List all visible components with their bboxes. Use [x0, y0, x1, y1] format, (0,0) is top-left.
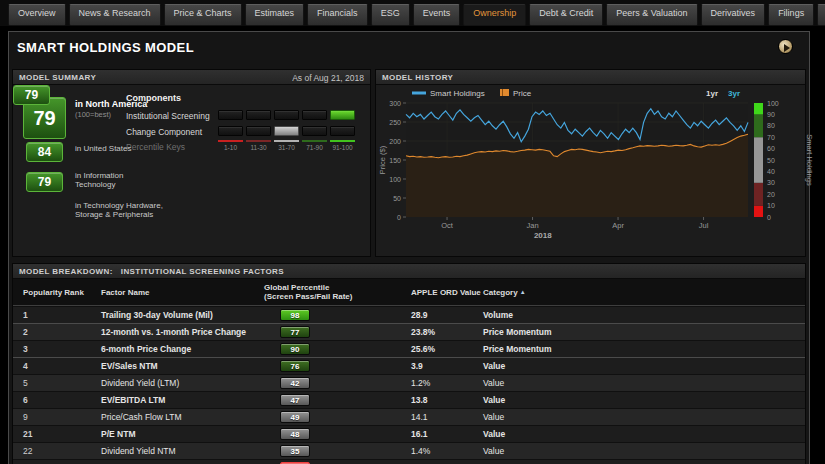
percentile-badge: 42	[280, 377, 310, 389]
svg-text:0: 0	[767, 214, 771, 221]
tab-esg[interactable]: ESG	[371, 4, 410, 26]
svg-text:Jul: Jul	[699, 221, 709, 230]
play-clock-icon[interactable]	[778, 39, 793, 54]
cell-factor-name: EV/EBITDA LTM	[101, 392, 264, 409]
svg-text:10: 10	[767, 202, 775, 209]
cell-category: Price Momentum	[483, 341, 805, 358]
svg-text:70: 70	[767, 134, 775, 141]
model-breakdown-panel: MODEL BREAKDOWN:INSTITUTIONAL SCREENING …	[12, 263, 806, 464]
component-cell-institutional-screening-11-30	[246, 110, 271, 120]
percentile-key-bar-91-100	[330, 140, 355, 142]
svg-text:100: 100	[389, 176, 401, 183]
percentile-key-bar-71-90	[302, 140, 327, 142]
tab-ownership[interactable]: Ownership	[463, 4, 526, 26]
model-summary-body: Components Institutional Screening Chang…	[13, 85, 370, 256]
cell-category: Value	[483, 358, 805, 375]
component-cell-institutional-screening-1-10	[218, 110, 243, 120]
tab-price-charts[interactable]: Price & Charts	[164, 4, 242, 26]
table-row[interactable]: 1Trailing 30-day Volume (Mil)9828.9Volum…	[13, 306, 805, 323]
tab-derivatives[interactable]: Derivatives	[701, 4, 766, 26]
cell-popularity-rank	[23, 460, 101, 464]
col-header-popularity-rank[interactable]: Popularity Rank	[23, 288, 101, 297]
table-row[interactable]: 4EV/Sales NTM763.9Value	[13, 357, 805, 374]
table-row[interactable]: 6EV/EBITDA LTM4713.8Value	[13, 391, 805, 408]
tab-debt-credit[interactable]: Debt & Credit	[529, 4, 603, 26]
cell-category: Price Momentum	[483, 324, 805, 341]
col-header-global-percentile[interactable]: Global Percentile(Screen Pass/Fail Rate)	[264, 283, 411, 301]
legend-price-icon	[500, 89, 509, 96]
gauge-segment-10-30	[754, 183, 763, 206]
score-label-0: in North America(100=best)	[75, 99, 163, 120]
table-row[interactable]: 21P/E NTM4816.1Value	[13, 425, 805, 442]
table-row-partial[interactable]	[13, 459, 805, 464]
cell-value	[411, 460, 483, 464]
table-row[interactable]: 36-month Price Change9025.6%Price Moment…	[13, 340, 805, 357]
component-cell-change-component-31-70	[274, 126, 299, 136]
table-header-row: Popularity Rank Factor Name Global Perce…	[13, 279, 805, 306]
table-row[interactable]: 212-month vs. 1-month Price Change7723.8…	[13, 323, 805, 340]
cell-value: 16.1	[411, 426, 483, 443]
cell-popularity-rank: 5	[23, 375, 101, 392]
svg-text:Jan: Jan	[526, 221, 538, 230]
cell-category: Value	[483, 392, 805, 409]
component-cell-change-component-91-100	[330, 126, 355, 136]
tab-events[interactable]: Events	[413, 4, 461, 26]
top-tab-bar: OverviewNews & ResearchPrice & ChartsEst…	[0, 0, 825, 26]
cell-value: 14.1	[411, 409, 483, 426]
cell-value: 1.4%	[411, 443, 483, 460]
percentile-badge: 90	[280, 343, 310, 355]
cell-value: 1.2%	[411, 375, 483, 392]
cell-global-percentile	[264, 460, 411, 464]
percentile-badge: 49	[280, 411, 310, 423]
table-row[interactable]: 22Dividend Yield NTM351.4%Value	[13, 442, 805, 459]
col-header-factor-name[interactable]: Factor Name	[101, 288, 264, 297]
tab-overview[interactable]: Overview	[8, 4, 66, 26]
component-cell-institutional-screening-31-70	[274, 110, 299, 120]
tab-financials[interactable]: Financials	[307, 4, 368, 26]
table-row[interactable]: 5Dividend Yield (LTM)421.2%Value	[13, 374, 805, 391]
col-header-value[interactable]: APPLE ORD Value	[411, 288, 483, 297]
percentile-key-bar-1-10	[218, 140, 243, 142]
percentile-badge: 98	[280, 309, 310, 321]
col-header-category[interactable]: Category▲	[483, 288, 805, 297]
range-1yr-button[interactable]: 1yr	[706, 89, 718, 98]
legend-smart-holdings-label: Smart Holdings	[430, 89, 485, 98]
tab-360-menu[interactable]: 360 Menu	[817, 4, 825, 26]
cell-global-percentile: 49	[264, 409, 411, 426]
range-3yr-button[interactable]: 3yr	[728, 89, 740, 98]
cell-popularity-rank: 2	[23, 324, 101, 341]
gauge-segment-70-90	[754, 114, 763, 137]
component-cell-change-component-71-90	[302, 126, 327, 136]
cell-category	[483, 460, 805, 464]
cell-factor-name	[101, 460, 264, 464]
svg-text:50: 50	[393, 195, 401, 202]
cell-global-percentile: 76	[264, 358, 411, 375]
score-note: (100=best)	[75, 110, 163, 120]
cell-value: 3.9	[411, 358, 483, 375]
percentile-key-label-71-90: 71-90	[302, 144, 327, 151]
cell-factor-name: Dividend Yield (LTM)	[101, 375, 264, 392]
table-row[interactable]: 9Price/Cash Flow LTM4914.1Value	[13, 408, 805, 425]
score-box-1: 79	[13, 85, 50, 105]
svg-text:90: 90	[767, 111, 775, 118]
cell-category: Value	[483, 443, 805, 460]
cell-category: Value	[483, 375, 805, 392]
cell-factor-name: 12-month vs. 1-month Price Change	[101, 324, 264, 341]
svg-text:40: 40	[767, 168, 775, 175]
page-title: SMART HOLDINGS MODEL	[17, 40, 194, 55]
cell-factor-name: Dividend Yield NTM	[101, 443, 264, 460]
percentile-key-label-31-70: 31-70	[274, 144, 299, 151]
percentile-key-label-91-100: 91-100	[330, 144, 355, 151]
sort-asc-icon: ▲	[520, 289, 526, 295]
tab-news-research[interactable]: News & Research	[69, 4, 161, 26]
tab-estimates[interactable]: Estimates	[245, 4, 305, 26]
score-label-2: in Information Technology	[75, 171, 163, 189]
gauge-segment-90-100	[754, 103, 763, 114]
cell-global-percentile: 77	[264, 324, 411, 341]
tab-peers-valuation[interactable]: Peers & Valuation	[606, 4, 697, 26]
percentile-key-bar-11-30	[246, 140, 271, 142]
component-cell-institutional-screening-91-100	[330, 110, 355, 120]
tab-filings[interactable]: Filings	[768, 4, 814, 26]
cell-factor-name: P/E NTM	[101, 426, 264, 443]
component-cell-change-component-1-10	[218, 126, 243, 136]
